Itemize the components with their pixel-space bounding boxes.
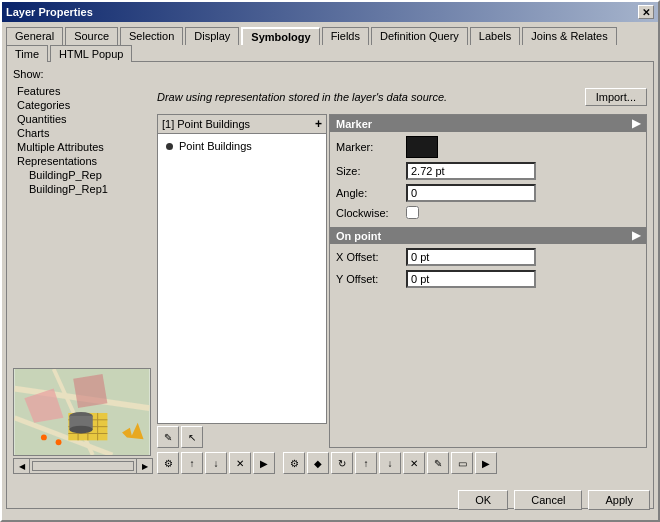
map-preview: [13, 368, 151, 456]
x-offset-row: X Offset:: [336, 248, 640, 266]
up-arrow-left[interactable]: ↑: [181, 452, 203, 474]
up-arrow-right[interactable]: ↑: [355, 452, 377, 474]
list-item-multiple-attributes[interactable]: Multiple Attributes: [13, 140, 153, 154]
on-point-section-header: On point ▶: [330, 227, 646, 244]
on-point-section: On point ▶ X Offset:: [330, 227, 646, 296]
clockwise-row: Clockwise:: [336, 206, 640, 219]
y-offset-label: Y Offset:: [336, 273, 406, 285]
show-label: Show:: [13, 68, 647, 80]
down-arrow-right[interactable]: ↓: [379, 452, 401, 474]
right-toolbar: ⚙ ◆ ↻ ↑ ↓ ✕ ✎ ▭ ▶: [283, 452, 497, 474]
marker-section-header: Marker ▶: [330, 115, 646, 132]
scroll-left-arrow[interactable]: ◀: [14, 459, 30, 473]
tab-html-popup[interactable]: HTML Popup: [50, 45, 132, 62]
symbol-item[interactable]: Point Buildings: [158, 134, 326, 158]
on-point-title: On point: [336, 230, 381, 242]
right-panel: Draw using representation stored in the …: [157, 84, 647, 474]
x-offset-input[interactable]: [406, 248, 536, 266]
tab-display[interactable]: Display: [185, 27, 239, 45]
import-button[interactable]: Import...: [585, 88, 647, 106]
delete-left[interactable]: ✕: [229, 452, 251, 474]
marker-label: Marker:: [336, 141, 406, 153]
tab-source[interactable]: Source: [65, 27, 118, 45]
list-item-buildingp-rep[interactable]: BuildingP_Rep: [13, 168, 153, 182]
title-bar: Layer Properties ✕: [2, 2, 658, 22]
y-offset-input[interactable]: [406, 270, 536, 288]
tab-symbology[interactable]: Symbology: [241, 27, 319, 45]
left-toolbar: ⚙ ↑ ↓ ✕ ▶: [157, 452, 275, 474]
dialog-footer: OK Cancel Apply: [450, 484, 658, 516]
description-bar: Draw using representation stored in the …: [157, 84, 647, 110]
svg-point-17: [41, 434, 47, 440]
rect-icon[interactable]: ▭: [451, 452, 473, 474]
left-panel-list: Features Categories Quantities Charts Mu…: [13, 84, 153, 364]
left-panel: Features Categories Quantities Charts Mu…: [13, 84, 153, 474]
properties-panel: Marker ▶ Marker:: [329, 114, 647, 448]
list-item-buildingp-rep1[interactable]: BuildingP_Rep1: [13, 182, 153, 196]
delete-right[interactable]: ✕: [403, 452, 425, 474]
gear-icon-left[interactable]: ⚙: [157, 452, 179, 474]
bottom-toolbars: ⚙ ↑ ↓ ✕ ▶ ⚙ ◆ ↻ ↑ ↓ ✕ ✎: [157, 452, 647, 474]
y-offset-row: Y Offset:: [336, 270, 640, 288]
list-item-representations[interactable]: Representations: [13, 154, 153, 168]
list-item-categories[interactable]: Categories: [13, 98, 153, 112]
play-right[interactable]: ▶: [475, 452, 497, 474]
list-item-charts[interactable]: Charts: [13, 126, 153, 140]
layer-properties-window: Layer Properties ✕ General Source Select…: [0, 0, 660, 522]
tab-content: Show: Features Categories Quantities Cha…: [6, 61, 654, 509]
svg-marker-5: [73, 374, 107, 408]
tab-joins-relates[interactable]: Joins & Relates: [522, 27, 616, 45]
cancel-button[interactable]: Cancel: [514, 490, 582, 510]
refresh-icon[interactable]: ↻: [331, 452, 353, 474]
pointer-tool-button[interactable]: ↖: [181, 426, 203, 448]
angle-input[interactable]: [406, 184, 536, 202]
marker-expand-icon[interactable]: ▶: [632, 117, 640, 130]
size-input[interactable]: [406, 162, 536, 180]
size-row: Size:: [336, 162, 640, 180]
tab-selection[interactable]: Selection: [120, 27, 183, 45]
on-point-expand-icon[interactable]: ▶: [632, 229, 640, 242]
clockwise-label: Clockwise:: [336, 207, 406, 219]
symbol-list-header: [1] Point Buildings: [162, 118, 250, 130]
scroll-thumb-h: [32, 461, 134, 471]
angle-label: Angle:: [336, 187, 406, 199]
play-left[interactable]: ▶: [253, 452, 275, 474]
symbol-item-label: Point Buildings: [179, 140, 252, 152]
pencil-tool-button[interactable]: ✎: [157, 426, 179, 448]
scroll-right-arrow[interactable]: ▶: [136, 459, 152, 473]
x-offset-label: X Offset:: [336, 251, 406, 263]
gear-icon-right[interactable]: ⚙: [283, 452, 305, 474]
svg-point-18: [56, 439, 62, 445]
tab-general[interactable]: General: [6, 27, 63, 45]
symbol-area: [1] Point Buildings + Point Buildings: [157, 114, 647, 448]
window-title: Layer Properties: [6, 6, 93, 18]
marker-color-row: Marker:: [336, 136, 640, 158]
diamond-icon[interactable]: ◆: [307, 452, 329, 474]
list-item-quantities[interactable]: Quantities: [13, 112, 153, 126]
apply-button[interactable]: Apply: [588, 490, 650, 510]
plus-button[interactable]: +: [315, 117, 322, 131]
list-item-features[interactable]: Features: [13, 84, 153, 98]
size-label: Size:: [336, 165, 406, 177]
svg-point-15: [69, 426, 92, 434]
tab-time[interactable]: Time: [6, 45, 48, 62]
clockwise-checkbox[interactable]: [406, 206, 419, 219]
down-arrow-left[interactable]: ↓: [205, 452, 227, 474]
tab-fields[interactable]: Fields: [322, 27, 369, 45]
ok-button[interactable]: OK: [458, 490, 508, 510]
tab-definition-query[interactable]: Definition Query: [371, 27, 468, 45]
pencil-icon-right[interactable]: ✎: [427, 452, 449, 474]
marker-title: Marker: [336, 118, 372, 130]
symbol-dot: [166, 143, 173, 150]
tab-labels[interactable]: Labels: [470, 27, 520, 45]
marker-section-content: Marker: Size: Angle:: [330, 132, 646, 227]
tabs-bar: General Source Selection Display Symbolo…: [2, 22, 658, 61]
marker-color-box[interactable]: [406, 136, 438, 158]
marker-section: Marker ▶ Marker:: [330, 115, 646, 227]
main-content: Features Categories Quantities Charts Mu…: [13, 84, 647, 474]
symbol-tool-buttons: ✎ ↖: [157, 426, 327, 448]
description-text: Draw using representation stored in the …: [157, 91, 447, 103]
close-button[interactable]: ✕: [638, 5, 654, 19]
on-point-section-content: X Offset: Y Offset:: [330, 244, 646, 296]
angle-row: Angle:: [336, 184, 640, 202]
